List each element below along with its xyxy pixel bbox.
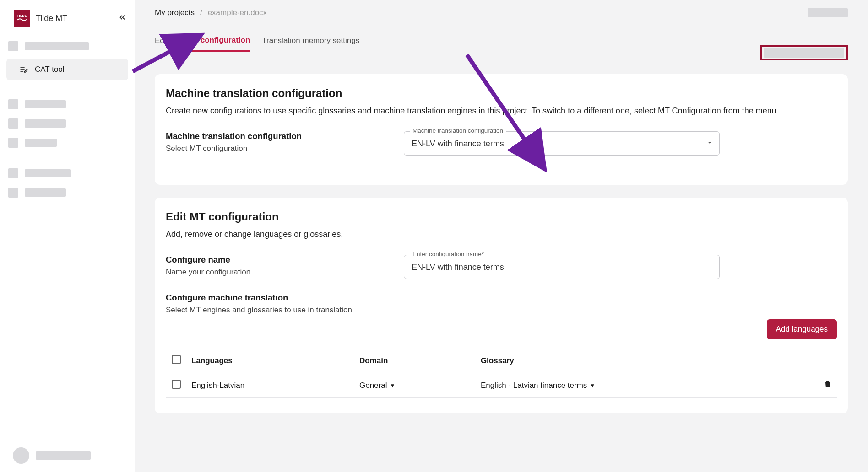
col-glossary: Glossary bbox=[476, 349, 809, 373]
field-title: Configure machine translation bbox=[166, 293, 352, 303]
field-hint: Select MT engines and glossaries to use … bbox=[166, 306, 352, 315]
svg-text:TILDE: TILDE bbox=[17, 14, 27, 17]
config-name-input-wrapper: Enter configuration name* bbox=[404, 255, 720, 279]
select-all-checkbox[interactable] bbox=[172, 355, 181, 364]
domain-value: General bbox=[359, 381, 387, 390]
sidebar: TILDE Tilde MT CAT tool bbox=[0, 0, 135, 472]
breadcrumb-current: example-en.docx bbox=[208, 8, 267, 17]
sidebar-placeholder bbox=[0, 114, 135, 133]
username-placeholder bbox=[36, 451, 91, 460]
mt-config-select[interactable]: Machine translation configuration EN-LV … bbox=[404, 131, 720, 156]
glossary-select[interactable]: English - Latvian finance terms ▼ bbox=[481, 381, 595, 390]
card-mt-config-select: Machine translation configuration Create… bbox=[155, 74, 848, 185]
domain-select[interactable]: General ▼ bbox=[359, 381, 395, 390]
highlighted-action-placeholder bbox=[760, 45, 848, 60]
input-floating-label: Enter configuration name* bbox=[410, 251, 487, 257]
field-title: Configure name bbox=[166, 255, 385, 265]
sidebar-placeholder bbox=[0, 164, 135, 183]
glossary-value: English - Latvian finance terms bbox=[481, 381, 587, 390]
row-checkbox[interactable] bbox=[172, 380, 181, 389]
sidebar-placeholder bbox=[0, 95, 135, 114]
config-name-input[interactable] bbox=[412, 263, 712, 272]
tabs: Editor MT configuration Translation memo… bbox=[135, 21, 868, 60]
sidebar-placeholder bbox=[0, 183, 135, 202]
field-hint: Name your configuration bbox=[166, 268, 385, 277]
add-languages-button[interactable]: Add languages bbox=[767, 319, 837, 339]
card-title: Machine translation configuration bbox=[166, 87, 837, 100]
header-action-placeholder bbox=[808, 8, 848, 17]
sidebar-header: TILDE Tilde MT bbox=[0, 0, 135, 37]
card-title: Edit MT configuration bbox=[166, 210, 837, 223]
card-description: Add, remove or change languages or gloss… bbox=[166, 230, 837, 239]
sidebar-footer bbox=[0, 439, 135, 472]
chevron-down-icon bbox=[706, 139, 713, 148]
caret-down-icon: ▼ bbox=[390, 382, 395, 389]
tab-mt-configuration[interactable]: MT configuration bbox=[187, 36, 250, 52]
cell-languages: English-Latvian bbox=[187, 373, 355, 398]
select-value: EN-LV with finance terms bbox=[412, 139, 700, 149]
breadcrumb-root[interactable]: My projects bbox=[155, 8, 195, 17]
caret-down-icon: ▼ bbox=[590, 382, 595, 389]
sidebar-placeholder bbox=[0, 133, 135, 152]
edit-list-icon bbox=[19, 65, 28, 74]
main-content: My projects / example-en.docx Editor MT … bbox=[135, 0, 868, 472]
delete-row-icon[interactable] bbox=[823, 382, 832, 391]
sidebar-item-cat-tool[interactable]: CAT tool bbox=[6, 59, 128, 80]
field-title: Machine translation configuration bbox=[166, 131, 385, 141]
brand-name: Tilde MT bbox=[36, 14, 113, 23]
sidebar-placeholder bbox=[0, 37, 135, 56]
breadcrumb: My projects / example-en.docx bbox=[135, 0, 868, 21]
languages-table: Languages Domain Glossary English-Latvia… bbox=[166, 349, 837, 398]
col-domain: Domain bbox=[355, 349, 476, 373]
col-languages: Languages bbox=[187, 349, 355, 373]
sidebar-item-label: CAT tool bbox=[35, 65, 65, 74]
table-row: English-Latvian General ▼ English - Latv… bbox=[166, 373, 837, 398]
tab-editor[interactable]: Editor bbox=[155, 36, 175, 51]
collapse-sidebar-icon[interactable] bbox=[118, 13, 126, 24]
logo: TILDE bbox=[14, 10, 30, 27]
field-hint: Select MT configuration bbox=[166, 144, 385, 153]
select-floating-label: Machine translation configuration bbox=[410, 127, 506, 134]
tab-tm-settings[interactable]: Translation memory settings bbox=[262, 36, 359, 51]
card-edit-mt-config: Edit MT configuration Add, remove or cha… bbox=[155, 198, 848, 413]
card-description: Create new configurations to use specifi… bbox=[166, 106, 837, 116]
avatar-placeholder bbox=[13, 447, 29, 464]
breadcrumb-separator: / bbox=[200, 8, 202, 17]
